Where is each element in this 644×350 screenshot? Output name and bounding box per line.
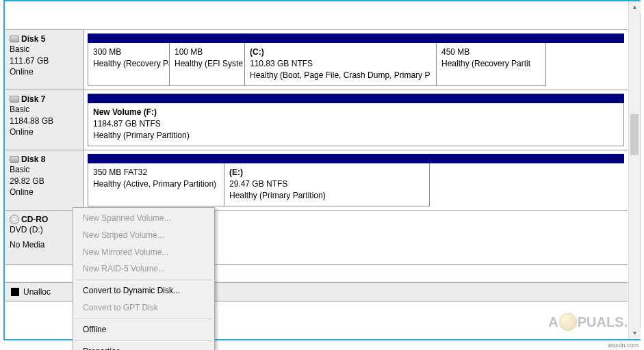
partition-e-drive[interactable]: (E:) 29.47 GB NTFS Healthy (Primary Part… [224,163,430,206]
partition-size: 29.47 GB NTFS [229,178,424,190]
disk-context-menu: New Spanned Volume... New Striped Volume… [73,207,215,350]
partition-label: New Volume (F:) [93,107,619,118]
partition[interactable]: 350 MB FAT32 Healthy (Active, Primary Pa… [88,163,224,206]
partition-label: (C:) [250,46,431,58]
disk-row[interactable]: Disk 8 Basic 29.82 GB Online 350 MB FAT3… [5,150,628,210]
top-spacer [5,2,628,29]
partition-status: Healthy (Active, Primary Partition) [93,178,219,190]
partition[interactable]: 100 MB Healthy (EFI Syste [170,43,245,86]
partitions-container: 300 MB Healthy (Recovery Par 100 MB Heal… [84,30,628,90]
disk-type: Basic [10,44,78,55]
disk-icon [10,156,19,163]
disk-size: 29.82 GB [10,176,78,187]
cdrom-status: No Media [10,240,78,251]
partition-label: (E:) [229,167,424,178]
disk-size: 111.67 GB [10,56,78,67]
vertical-scrollbar[interactable]: ▲ ▼ [628,1,640,339]
cdrom-icon [10,215,19,224]
partition-size: 350 MB FAT32 [93,167,219,178]
menu-separator [75,340,212,341]
partition-header-bar [88,33,624,43]
disk-info-panel[interactable]: Disk 7 Basic 1184.88 GB Online [5,90,84,150]
cdrom-name: CD-RO [21,215,48,224]
legend-unallocated: Unalloc [23,287,51,297]
menu-new-raid5-volume[interactable]: New RAID-5 Volume... [75,260,213,278]
scroll-down-button[interactable]: ▼ [629,327,641,339]
disk-name: Disk 7 [21,94,45,104]
disk-type: Basic [10,105,78,116]
partition-status: Healthy (EFI Syste [175,58,240,70]
disk-row[interactable]: Disk 5 Basic 111.67 GB Online 300 MB Hea… [5,29,628,90]
partition-size: 300 MB [93,46,164,58]
partition-header-bar [88,94,624,103]
disk-info-panel[interactable]: Disk 5 Basic 111.67 GB Online [5,30,84,90]
disk-type: Basic [10,165,78,176]
partition[interactable]: 450 MB Healthy (Recovery Partit [437,43,546,86]
partition-size: 110.83 GB NTFS [250,58,431,70]
menu-separator [75,319,212,319]
partition[interactable]: 300 MB Healthy (Recovery Par [88,43,170,86]
partitions-container: New Volume (F:) 1184.87 GB NTFS Healthy … [84,90,628,150]
partition-c-drive[interactable]: (C:) 110.83 GB NTFS Healthy (Boot, Page … [245,43,437,86]
cdrom-drive: DVD (D:) [10,225,78,236]
menu-new-striped-volume[interactable]: New Striped Volume... [75,227,213,244]
partition-size: 450 MB [441,46,541,58]
partition-header-bar [88,154,624,163]
disk-size: 1184.88 GB [10,116,78,127]
scroll-up-button[interactable]: ▲ [629,1,641,13]
disk-status: Online [10,127,78,138]
partition-size: 1184.87 GB NTFS [93,118,619,130]
credit-text: wsxdn.com [608,342,639,349]
partition-status: Healthy (Recovery Partit [441,58,541,70]
unallocated-swatch [11,288,19,296]
disk-icon [10,36,19,42]
watermark-prefix: A [548,314,558,330]
menu-new-spanned-volume[interactable]: New Spanned Volume... [75,210,213,227]
partition-status: Healthy (Recovery Par [93,58,164,70]
disk-info-panel[interactable]: Disk 8 Basic 29.82 GB Online [5,150,84,210]
scroll-thumb[interactable] [630,114,639,155]
menu-offline[interactable]: Offline [75,321,213,338]
menu-new-mirrored-volume[interactable]: New Mirrored Volume... [75,244,213,261]
menu-separator [75,280,212,280]
watermark-logo: A PUALS. [548,313,628,331]
menu-convert-gpt-disk[interactable]: Convert to GPT Disk [75,299,213,317]
menu-properties[interactable]: Properties [75,343,213,350]
watermark-face-icon [559,313,577,331]
partitions-container: 350 MB FAT32 Healthy (Active, Primary Pa… [84,150,628,210]
partition-size: 100 MB [175,46,240,58]
partition-status: Healthy (Boot, Page File, Crash Dump, Pr… [250,70,431,81]
partition-f-drive[interactable]: New Volume (F:) 1184.87 GB NTFS Healthy … [88,103,624,146]
disk-icon [10,96,19,103]
watermark-suffix: PUALS. [578,314,628,330]
disk-status: Online [10,67,78,78]
partition-status: Healthy (Primary Partition) [93,130,619,142]
menu-convert-dynamic-disk[interactable]: Convert to Dynamic Disk... [75,282,213,299]
disk-status: Online [10,187,78,198]
partition-status: Healthy (Primary Partition) [229,190,424,202]
disk-row[interactable]: Disk 7 Basic 1184.88 GB Online New Volum… [5,90,628,150]
disk-name: Disk 5 [21,34,45,44]
disk-name: Disk 8 [21,154,45,164]
